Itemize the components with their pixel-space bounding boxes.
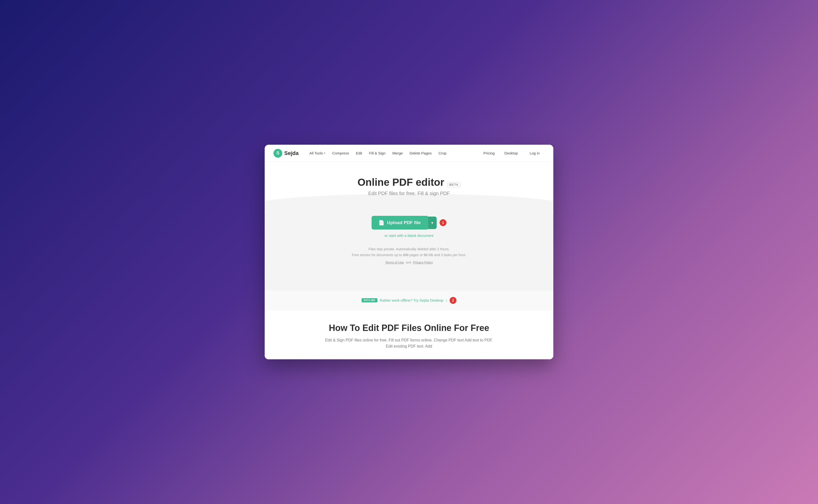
badge-2: 2 — [450, 297, 456, 304]
logo-icon: S — [274, 149, 282, 158]
hero-subtitle: Edit PDF files for free. Fill & sign PDF — [275, 191, 543, 196]
logo-text: Sejda — [284, 150, 299, 156]
beta-badge: BETA — [447, 182, 460, 187]
upload-btn-wrapper: 📄 Upload PDF file ▾ — [372, 216, 437, 230]
nav-pricing[interactable]: Pricing — [480, 149, 497, 157]
offline-badge: OFFLINE — [362, 298, 377, 302]
navbar: S Sejda All Tools ▾ Compress Edit Fill &… — [265, 145, 553, 162]
start-blank-link[interactable]: or start with a blank document — [275, 233, 543, 238]
terms-of-use-link[interactable]: Terms of Use — [385, 261, 404, 264]
and-text: and — [406, 261, 411, 264]
nav-right: Pricing Desktop Log in — [480, 149, 544, 157]
nav-merge[interactable]: Merge — [389, 149, 406, 157]
nav-compress[interactable]: Compress — [329, 149, 352, 157]
main-content: Online PDF editor BETA Edit PDF files fo… — [265, 162, 553, 359]
upload-pdf-button[interactable]: 📄 Upload PDF file — [372, 216, 428, 230]
chevron-down-icon: ▾ — [324, 152, 325, 155]
nav-desktop[interactable]: Desktop — [501, 149, 521, 157]
hero-title: Online PDF editor BETA — [275, 176, 543, 188]
nav-delete-pages[interactable]: Delete Pages — [407, 149, 435, 157]
offline-link[interactable]: Rather work offline? Try Sejda Desktop — [380, 298, 443, 302]
chevron-down-icon: ▾ — [431, 221, 433, 225]
lower-title: How To Edit PDF Files Online For Free — [279, 323, 539, 333]
nav-crop[interactable]: Crop — [436, 149, 450, 157]
privacy-policy-link[interactable]: Privacy Policy — [413, 261, 433, 264]
hero-section: Online PDF editor BETA Edit PDF files fo… — [265, 162, 553, 196]
upload-dropdown-button[interactable]: ▾ — [428, 217, 437, 229]
badge-1: 1 — [440, 219, 446, 226]
offline-bar: OFFLINE Rather work offline? Try Sejda D… — [265, 290, 553, 311]
logo-link[interactable]: S Sejda — [274, 149, 299, 158]
arrow-right-icon: › — [446, 298, 447, 303]
nav-all-tools[interactable]: All Tools ▾ — [307, 149, 329, 157]
nav-edit[interactable]: Edit — [353, 149, 365, 157]
upload-zone: 📄 Upload PDF file ▾ 1 or start with a bl… — [265, 196, 553, 290]
browser-window: S Sejda All Tools ▾ Compress Edit Fill &… — [265, 145, 553, 359]
upload-icon: 📄 — [378, 220, 385, 226]
lower-section: How To Edit PDF Files Online For Free Ed… — [265, 311, 553, 359]
nav-links: All Tools ▾ Compress Edit Fill & Sign Me… — [307, 149, 479, 157]
info-area: Files stay private. Automatically delete… — [275, 246, 543, 265]
info-links: Terms of Use and Privacy Policy — [275, 260, 543, 265]
lower-text: Edit & Sign PDF files online for free. F… — [323, 337, 495, 350]
info-line2: Free service for documents up to 200 pag… — [275, 252, 543, 258]
nav-fill-sign[interactable]: Fill & Sign — [366, 149, 389, 157]
info-line1: Files stay private. Automatically delete… — [275, 246, 543, 252]
nav-login[interactable]: Log in — [525, 149, 544, 157]
